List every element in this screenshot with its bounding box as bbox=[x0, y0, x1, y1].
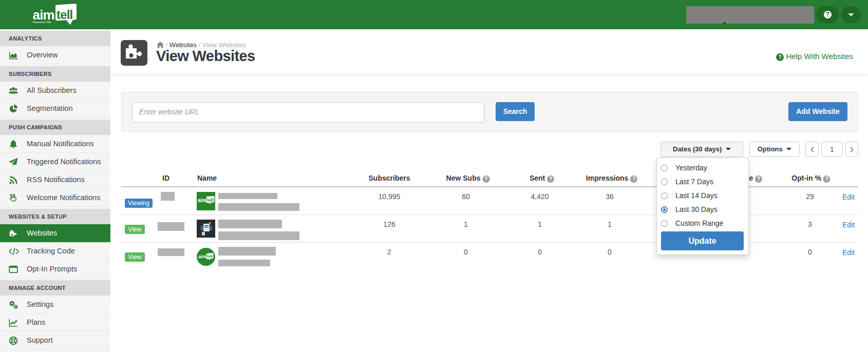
svg-text:tell: tell bbox=[207, 198, 214, 203]
svg-text:tell: tell bbox=[56, 8, 72, 22]
svg-text:aim: aim bbox=[33, 7, 54, 23]
svg-text:tell: tell bbox=[207, 254, 213, 259]
svg-text:Powered by CMS: Powered by CMS bbox=[33, 21, 51, 24]
